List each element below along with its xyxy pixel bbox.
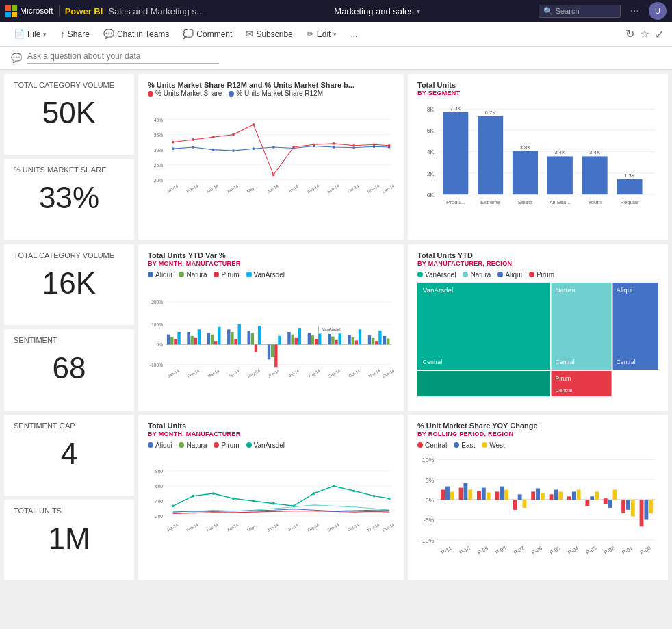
chart3-pirum-dot (214, 272, 219, 277)
svg-rect-54 (167, 334, 170, 344)
chart6-subtitle: BY ROLLING PERIOD, REGION (417, 431, 658, 437)
svg-point-22 (172, 141, 175, 144)
svg-text:Mar-14: Mar-14 (206, 183, 220, 194)
nav-dropdown[interactable]: Marketing and sales ▾ (334, 6, 419, 16)
chart-total-units-month: Total Units BY MONTH, MANUFACTURER Aliqu… (138, 415, 404, 581)
chart2-title: Total Units (417, 81, 658, 89)
svg-text:Dec-14: Dec-14 (382, 183, 394, 194)
bookmark-icon[interactable]: ☆ (640, 27, 649, 40)
svg-text:VanArsdel: VanArsdel (423, 285, 453, 293)
chart4-title: Total Units YTD (417, 251, 658, 259)
svg-text:5%: 5% (426, 476, 435, 483)
search-icon: 🔍 (543, 7, 553, 16)
svg-rect-230 (626, 500, 630, 510)
edit-button[interactable]: ✏ Edit ▾ (301, 26, 343, 42)
svg-text:40%: 40% (154, 118, 163, 123)
svg-rect-208 (495, 491, 499, 500)
chart3-svg: 200% 100% 0% -100% (148, 281, 394, 398)
svg-rect-92 (355, 340, 358, 344)
svg-text:Jul-14: Jul-14 (287, 522, 299, 532)
svg-text:7.3K: 7.3K (450, 105, 462, 112)
svg-point-129 (292, 504, 295, 507)
kpi-units-market-share: % Units Market Share 33% (4, 159, 134, 240)
svg-text:Oct-14: Oct-14 (347, 522, 360, 532)
fullscreen-icon[interactable]: ⤢ (655, 27, 664, 40)
share-label: Share (68, 29, 90, 39)
svg-text:Mar-14: Mar-14 (207, 368, 220, 378)
share-button[interactable]: ↑ Share (55, 26, 95, 42)
svg-text:P-00: P-00 (639, 544, 652, 555)
svg-rect-163 (547, 156, 573, 194)
svg-text:Aug-14: Aug-14 (307, 368, 321, 378)
chart3-legend-natura: Natura (179, 271, 207, 279)
kpi-total-category-volume2-label: Total Category Volume (14, 251, 125, 259)
svg-rect-82 (308, 333, 311, 344)
kpi-units-market-share-label: % Units Market Share (14, 166, 125, 174)
kpi-total-category-volume2-value: 16K (14, 261, 125, 306)
chart5-aliqui-label: Aliqui (155, 441, 172, 449)
svg-rect-58 (187, 332, 190, 344)
chart3-legend-pirum: Pirum (214, 271, 239, 279)
comment-button[interactable]: 💭 Comment (177, 26, 237, 42)
chart4-vanarsdel-label: VanArsdel (425, 271, 456, 279)
svg-point-123 (172, 504, 175, 507)
right-column: Total Units BY SEGMENT 8K 6K 4K 2K 0K 7.… (408, 74, 668, 580)
svg-point-12 (212, 149, 215, 151)
svg-point-31 (352, 144, 355, 147)
svg-rect-205 (477, 491, 481, 500)
svg-rect-226 (604, 498, 608, 504)
chart5-legend: Aliqui Natura Pirum VanArsdel (148, 441, 394, 449)
subscribe-button[interactable]: ✉ Subscribe (240, 26, 298, 42)
svg-text:2K: 2K (427, 170, 435, 177)
chart3-legend: Aliqui Natura Pirum VanArsdel (148, 271, 394, 279)
svg-rect-62 (207, 333, 210, 344)
edit-label: Edit (317, 29, 331, 39)
toolbar-more-button[interactable]: ... (345, 27, 363, 42)
chart6-svg: 10% 5% 0% -5% -10% (417, 452, 658, 558)
svg-point-128 (272, 502, 275, 504)
svg-text:-100%: -100% (150, 362, 163, 367)
more-options-icon[interactable]: ··· (626, 5, 643, 17)
svg-rect-59 (190, 336, 193, 344)
svg-text:Apr-14: Apr-14 (227, 522, 240, 532)
svg-point-132 (352, 489, 355, 492)
chart3-aliqui-dot (148, 272, 153, 277)
svg-rect-210 (504, 489, 508, 500)
refresh-icon[interactable]: ↻ (625, 27, 634, 40)
svg-rect-217 (550, 494, 554, 500)
svg-text:200%: 200% (151, 300, 163, 305)
svg-rect-165 (582, 156, 608, 194)
svg-rect-57 (177, 332, 180, 344)
svg-rect-159 (478, 116, 503, 194)
svg-text:P-02: P-02 (603, 545, 616, 556)
edit-icon: ✏ (307, 29, 314, 39)
svg-rect-227 (608, 500, 612, 508)
comment-icon: 💭 (183, 29, 194, 39)
svg-rect-204 (468, 489, 472, 500)
svg-point-29 (313, 143, 315, 146)
chart1-legend-item-1: % Units Market Share (148, 90, 222, 97)
svg-text:P-01: P-01 (621, 545, 634, 556)
user-avatar[interactable]: U (649, 2, 667, 20)
svg-point-13 (232, 149, 235, 152)
powerbi-logo: Power BI (65, 6, 103, 16)
chart1-legend-label-1: % Units Market Share (155, 90, 222, 97)
svg-rect-60 (194, 338, 197, 345)
kpi-sentiment-gap-label: Sentiment Gap (14, 422, 125, 430)
qna-icon: 💬 (11, 53, 22, 63)
svg-rect-216 (541, 493, 545, 500)
svg-rect-90 (348, 335, 350, 344)
chart5-natura-dot (179, 442, 184, 448)
svg-point-23 (192, 138, 194, 141)
file-button[interactable]: 📄 File ▾ (8, 26, 52, 42)
edit-chevron-icon: ▾ (333, 31, 337, 38)
chart2-subtitle: BY SEGMENT (417, 90, 658, 97)
search-box[interactable]: 🔍 Search (539, 5, 621, 18)
svg-rect-157 (443, 112, 468, 194)
svg-rect-76 (274, 344, 277, 367)
svg-text:0K: 0K (427, 192, 435, 198)
chart4-aliqui-label: Aliqui (505, 271, 521, 279)
svg-rect-96 (375, 341, 378, 344)
qna-search-input[interactable] (27, 51, 219, 61)
chat-teams-button[interactable]: 💬 Chat in Teams (98, 26, 175, 42)
